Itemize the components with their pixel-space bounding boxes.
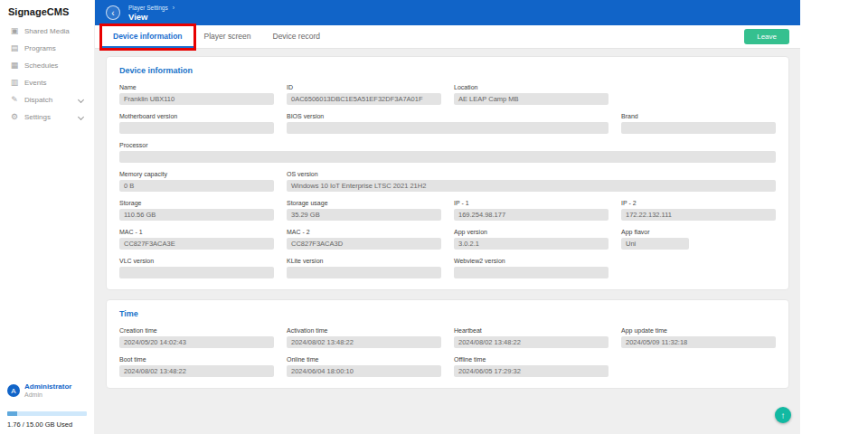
tab-bar: Device information Player screen Device … <box>95 25 800 49</box>
field-location: Location AE LEAP Camp MB <box>454 84 609 105</box>
field-ip-1-label: IP - 1 <box>454 200 609 206</box>
field-processor-value[interactable] <box>119 151 776 163</box>
field-webview2-version-label: Webview2 version <box>454 258 609 264</box>
page-title: View <box>128 12 175 22</box>
gear-icon: ⚙ <box>10 113 19 121</box>
field-mac-1-label: MAC - 1 <box>119 229 274 235</box>
field-online-time-value[interactable]: 2024/06/04 18:00:10 <box>287 365 441 377</box>
breadcrumb: Player Settings › <box>128 5 175 11</box>
field-offline-time-label: Offline time <box>454 356 609 363</box>
time-card: Time Creation time 2024/05/20 14:02:43 A… <box>106 299 789 389</box>
user-role: Admin <box>24 392 71 399</box>
sidebar-item-dispatch[interactable]: ✎ Dispatch <box>0 91 94 108</box>
field-location-label: Location <box>454 84 609 90</box>
field-ip-1-value[interactable]: 169.254.98.177 <box>454 209 609 221</box>
device-information-grid: Name Franklin UBX110 ID 0AC6506013DBC1E5… <box>119 84 776 278</box>
field-activation-time-value[interactable]: 2024/08/02 13:48:22 <box>287 336 441 348</box>
user-name: Administrator <box>24 382 71 392</box>
sidebar-item-label: Dispatch <box>24 96 52 104</box>
sidebar-item-label: Programs <box>24 44 56 52</box>
field-name-value[interactable]: Franklin UBX110 <box>119 93 274 105</box>
field-app-flavor: App flavor Uni <box>621 229 776 250</box>
field-creation-time-label: Creation time <box>119 327 274 334</box>
field-memory-capacity-value[interactable]: 0 B <box>119 180 274 192</box>
section-title-time: Time <box>119 309 776 318</box>
field-boot-time-value[interactable]: 2024/08/02 13:48:22 <box>119 365 274 377</box>
sidebar-item-label: Schedules <box>24 61 58 70</box>
page-header: ‹ Player Settings › View <box>95 0 800 25</box>
sidebar-item-events[interactable]: ▥ Events <box>0 74 94 91</box>
field-webview2-version: Webview2 version <box>454 258 609 278</box>
field-app-update-time: App update time 2024/05/09 11:32:18 <box>621 327 776 348</box>
field-online-time-label: Online time <box>287 356 441 363</box>
field-webview2-version-value[interactable] <box>454 267 609 278</box>
field-processor-label: Processor <box>119 142 776 148</box>
leave-button[interactable]: Leave <box>744 29 789 44</box>
field-creation-time-value[interactable]: 2024/05/20 14:02:43 <box>119 336 274 348</box>
tab-device-information[interactable]: Device information <box>102 25 193 48</box>
field-os-version: OS version Windows 10 IoT Enterprise LTS… <box>287 171 776 192</box>
storage-usage-bar <box>7 411 87 416</box>
programs-icon: ▤ <box>10 44 19 52</box>
field-app-version-value[interactable]: 3.0.2.1 <box>454 238 609 250</box>
field-motherboard-version: Motherboard version <box>119 113 274 134</box>
sidebar-item-schedules[interactable]: ▦ Schedules <box>0 57 94 74</box>
tab-label: Device information <box>113 32 183 41</box>
field-name-label: Name <box>119 84 274 90</box>
field-motherboard-version-value[interactable] <box>119 122 274 134</box>
chevron-down-icon <box>78 114 84 120</box>
sidebar-item-settings[interactable]: ⚙ Settings <box>0 108 94 126</box>
time-grid: Creation time 2024/05/20 14:02:43 Activa… <box>119 327 776 377</box>
field-os-version-value[interactable]: Windows 10 IoT Enterprise LTSC 2021 21H2 <box>287 180 776 192</box>
tab-label: Device record <box>273 32 320 41</box>
field-bios-version-value[interactable] <box>287 122 609 134</box>
field-klite-version-value[interactable] <box>287 267 441 278</box>
field-id-label: ID <box>287 84 441 90</box>
avatar: A <box>7 384 20 397</box>
field-bios-version: BIOS version <box>287 113 609 134</box>
user-profile[interactable]: A Administrator Admin <box>0 382 94 399</box>
field-heartbeat-value[interactable]: 2024/08/02 13:48:22 <box>454 336 609 348</box>
field-vlc-version-value[interactable] <box>119 267 274 278</box>
tab-player-screen[interactable]: Player screen <box>193 25 262 48</box>
field-ip-2-value[interactable]: 172.22.132.111 <box>621 209 776 221</box>
field-boot-time: Boot time 2024/08/02 13:48:22 <box>119 356 274 377</box>
field-mac-2-label: MAC - 2 <box>287 229 441 235</box>
field-app-version: App version 3.0.2.1 <box>454 229 609 250</box>
content-area: Device information Name Franklin UBX110 … <box>95 49 800 434</box>
events-icon: ▥ <box>10 79 19 87</box>
chevron-right-icon: › <box>173 5 175 11</box>
section-title-device-information: Device information <box>119 66 776 75</box>
sidebar-item-shared-media[interactable]: ▣ Shared Media <box>0 23 94 40</box>
schedules-icon: ▦ <box>10 61 19 70</box>
tab-label: Player screen <box>204 32 251 41</box>
field-id-value[interactable]: 0AC6506013DBC1E5A51EF32DF3A7A01F <box>287 93 441 105</box>
field-app-flavor-value[interactable]: Uni <box>621 238 689 250</box>
scroll-to-top-button[interactable]: ↑ <box>775 407 791 423</box>
field-storage-usage-label: Storage usage <box>287 200 441 206</box>
main-panel: ‹ Player Settings › View Device informat… <box>95 0 800 434</box>
field-storage-value[interactable]: 110.56 GB <box>119 209 274 221</box>
field-mac-2-value[interactable]: CC827F3ACA3D <box>287 238 441 250</box>
field-location-value[interactable]: AE LEAP Camp MB <box>454 93 609 105</box>
field-storage-usage-value[interactable]: 35.29 GB <box>287 209 441 221</box>
field-offline-time-value[interactable]: 2024/06/05 17:29:32 <box>454 365 609 377</box>
field-app-update-time-value[interactable]: 2024/05/09 11:32:18 <box>621 336 776 348</box>
field-activation-time-label: Activation time <box>287 327 441 334</box>
field-mac-1-value[interactable]: CC827F3ACA3E <box>119 238 274 250</box>
back-button[interactable]: ‹ <box>106 5 120 20</box>
field-memory-capacity: Memory capacity 0 B <box>119 171 274 192</box>
field-app-update-time-label: App update time <box>621 327 776 334</box>
field-vlc-version: VLC version <box>119 258 274 278</box>
field-name: Name Franklin UBX110 <box>119 84 274 105</box>
field-brand-value[interactable] <box>621 122 776 134</box>
field-processor: Processor <box>119 142 776 163</box>
sidebar-item-programs[interactable]: ▤ Programs <box>0 40 94 57</box>
field-storage-label: Storage <box>119 200 274 206</box>
field-vlc-version-label: VLC version <box>119 258 274 264</box>
tab-device-record[interactable]: Device record <box>262 25 331 48</box>
shared-media-icon: ▣ <box>10 27 19 35</box>
field-storage: Storage 110.56 GB <box>119 200 274 221</box>
breadcrumb-player-settings[interactable]: Player Settings <box>128 5 168 11</box>
field-ip-2-label: IP - 2 <box>621 200 776 206</box>
